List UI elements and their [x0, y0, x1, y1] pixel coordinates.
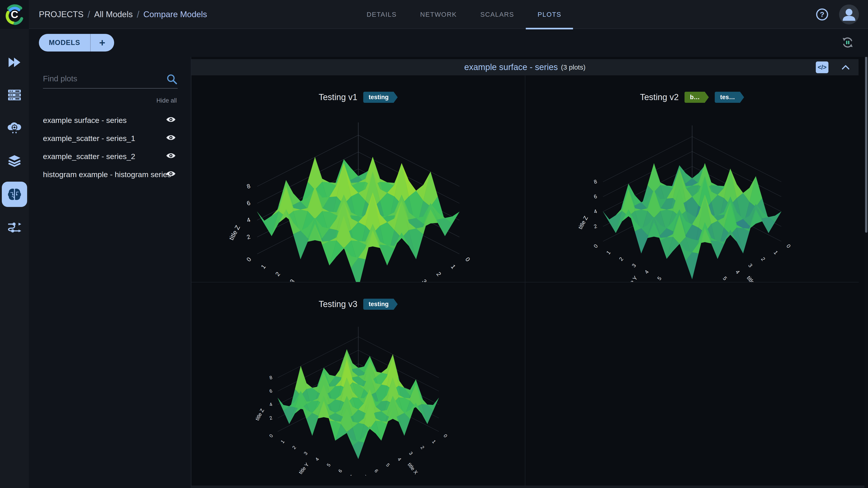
surface-plot: 24680123456701234567title Ztitle Ytitle …: [575, 114, 810, 282]
breadcrumb-projects[interactable]: PROJECTS: [39, 10, 84, 19]
svg-text:6: 6: [269, 388, 273, 394]
svg-text:2: 2: [246, 233, 251, 240]
list-item[interactable]: histogram example - histogram series: [29, 165, 191, 184]
help-icon[interactable]: ?: [815, 8, 829, 21]
plot-card-header: Testing v3testing: [191, 299, 525, 310]
app-logo[interactable]: C: [0, 0, 29, 29]
svg-text:7: 7: [362, 474, 368, 476]
server-rack-icon: [7, 89, 22, 101]
models-button[interactable]: MODELS: [39, 34, 90, 52]
tab-plots[interactable]: PLOTS: [526, 0, 573, 29]
svg-text:title X: title X: [745, 275, 759, 282]
search-icon[interactable]: [166, 73, 178, 85]
visibility-eye-icon[interactable]: [166, 152, 176, 160]
active-tab-underline: [526, 28, 573, 29]
section-plot-count: (3 plots): [561, 64, 585, 71]
svg-text:6: 6: [337, 468, 343, 473]
svg-text:title Z: title Z: [254, 408, 265, 421]
svg-text:4: 4: [643, 269, 650, 275]
section-actions: </>: [816, 59, 850, 75]
tag-badge[interactable]: b…: [684, 92, 709, 103]
breadcrumb-separator: /: [137, 9, 139, 20]
projects-icon[interactable]: [2, 50, 27, 75]
add-model-button[interactable]: +: [91, 34, 114, 52]
tab-scalars[interactable]: SCALARS: [469, 0, 526, 29]
breadcrumb-all-models[interactable]: All Models: [94, 10, 133, 19]
section-title: example surface - series: [464, 62, 558, 72]
svg-text:6: 6: [593, 193, 597, 200]
svg-text:3: 3: [408, 451, 414, 456]
svg-text:3: 3: [631, 263, 637, 268]
list-item[interactable]: example_scatter - series_2: [29, 147, 191, 165]
svg-text:3: 3: [303, 451, 308, 456]
surface-plot: 24680123456701234567title Ztitle Ytitle …: [225, 109, 492, 282]
svg-text:0: 0: [245, 256, 252, 263]
hide-all-button[interactable]: Hide all: [156, 97, 177, 104]
section-header: example surface - series (3 plots) </>: [191, 59, 858, 75]
plot-card-header: Testing v2b…tes…: [525, 92, 859, 103]
list-item[interactable]: example surface - series: [29, 111, 191, 129]
breadcrumb-separator: /: [88, 9, 90, 20]
svg-text:1: 1: [605, 250, 612, 256]
plot-list: example surface - series example_scatter…: [29, 111, 191, 184]
empty-plot-cell: [525, 283, 859, 488]
auto-refresh-paused-icon[interactable]: [840, 35, 855, 50]
svg-text:title Z: title Z: [227, 224, 241, 241]
svg-text:4: 4: [314, 456, 320, 462]
breadcrumb-compare-models[interactable]: Compare Models: [143, 10, 207, 19]
svg-text:C: C: [11, 8, 18, 20]
visibility-eye-icon[interactable]: [166, 134, 176, 141]
plot-title: Testing v1: [319, 92, 358, 102]
vertical-scrollbar[interactable]: [864, 29, 868, 488]
tab-details[interactable]: DETAILS: [355, 0, 408, 29]
tag-badge[interactable]: testing: [363, 299, 398, 310]
brain-icon: [7, 188, 22, 201]
list-item-label: example_scatter - series_1: [43, 134, 135, 143]
fast-forward-icon: [7, 57, 22, 68]
nav-rail: [0, 29, 29, 488]
svg-text:title Z: title Z: [577, 215, 589, 230]
plot-card: Testing v1testing24680123456701234567tit…: [191, 75, 525, 282]
collapse-chevron-up-icon[interactable]: [841, 64, 850, 70]
visibility-eye-icon[interactable]: [166, 170, 176, 177]
list-item[interactable]: example_scatter - series_1: [29, 129, 191, 147]
tab-network[interactable]: NETWORK: [408, 0, 469, 29]
svg-text:5: 5: [656, 275, 662, 281]
tag-badge[interactable]: tes…: [715, 92, 744, 103]
left-panel: Hide all example surface - series exampl…: [29, 57, 191, 488]
user-avatar[interactable]: [839, 4, 859, 24]
svg-text:8: 8: [593, 178, 597, 185]
plot-group-section: example surface - series (3 plots) </> T…: [191, 59, 859, 488]
scrollbar-thumb[interactable]: [865, 57, 867, 233]
surface-plot-canvas[interactable]: 24680123456701234567title Ztitle Ytitle …: [252, 316, 465, 476]
layers-icon: [7, 155, 22, 168]
next-plot-group-edge: [191, 486, 864, 488]
surface-plot-canvas[interactable]: 24680123456701234567title Ztitle Ytitle …: [225, 109, 492, 282]
main-content: example surface - series (3 plots) </> T…: [191, 57, 864, 488]
services-icon[interactable]: [2, 116, 27, 141]
surface-plot: 24680123456701234567title Ztitle Ytitle …: [252, 316, 465, 476]
svg-text:3: 3: [747, 263, 754, 268]
tab-bar: DETAILS NETWORK SCALARS PLOTS: [355, 0, 573, 29]
toolbar: MODELS +: [29, 29, 868, 57]
datasets-icon[interactable]: [2, 149, 27, 174]
embed-code-button[interactable]: </>: [816, 61, 829, 73]
svg-text:0: 0: [785, 243, 792, 249]
workers-icon[interactable]: [2, 83, 27, 108]
breadcrumb: PROJECTS / All Models / Compare Models: [39, 0, 207, 29]
svg-text:1: 1: [450, 263, 457, 270]
surface-plot-canvas[interactable]: 24680123456701234567title Ztitle Ytitle …: [575, 114, 810, 282]
header-actions: ?: [815, 0, 859, 29]
svg-text:2: 2: [760, 256, 766, 262]
search-input[interactable]: [43, 70, 160, 88]
svg-text:5: 5: [326, 462, 331, 467]
surface-mesh: [603, 163, 781, 279]
clearml-logo-icon: C: [3, 3, 26, 26]
models-icon[interactable]: [2, 182, 27, 207]
tag-badge[interactable]: testing: [363, 92, 398, 103]
visibility-eye-icon[interactable]: [166, 116, 176, 123]
svg-text:6: 6: [373, 468, 379, 473]
svg-text:4: 4: [397, 457, 402, 462]
pipelines-icon[interactable]: [2, 215, 27, 240]
svg-text:4: 4: [735, 269, 741, 275]
